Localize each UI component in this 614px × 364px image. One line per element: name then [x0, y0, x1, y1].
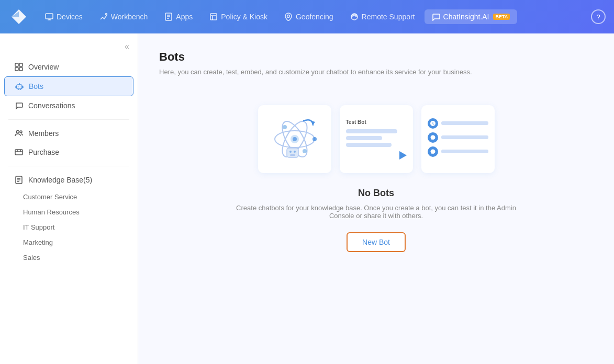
knowledge-base-header[interactable]: Knowledge Base(5): [4, 170, 133, 189]
grid-icon: [15, 63, 23, 71]
channel-icon-2: [428, 132, 438, 143]
sidebar-item-conversations[interactable]: Conversations: [4, 96, 133, 115]
svg-point-3: [105, 14, 107, 15]
bot-bar-2: [346, 136, 383, 140]
help-button[interactable]: ?: [591, 9, 606, 24]
sidebar-divider: [8, 119, 129, 120]
svg-point-29: [294, 151, 296, 153]
channel-row-1: [428, 118, 488, 129]
svg-marker-1: [12, 12, 19, 17]
bot-bar-1: [346, 129, 398, 133]
nav-remote-support[interactable]: Remote Support: [343, 9, 422, 24]
topnav: Devices Workbench Apps Policy & Kiosk Ge…: [0, 0, 614, 33]
collapse-area: «: [0, 40, 138, 58]
nav-apps[interactable]: Apps: [157, 9, 200, 24]
svg-point-23: [312, 137, 317, 141]
svg-rect-30: [290, 154, 295, 156]
channel-row-2: [428, 132, 488, 143]
logo: [8, 6, 29, 27]
new-bot-button[interactable]: New Bot: [347, 232, 406, 252]
channel-bar-2: [441, 135, 488, 139]
svg-point-22: [293, 137, 297, 141]
svg-rect-10: [19, 67, 23, 71]
collapse-button[interactable]: «: [122, 40, 131, 53]
channel-icon-3: [428, 146, 438, 157]
sidebar-sub-marketing[interactable]: Marketing: [4, 235, 133, 250]
bot-arrow-icon: [399, 151, 407, 160]
page-desc: Here, you can create, test, embed, and c…: [159, 68, 593, 76]
test-bot-label: Test Bot: [346, 119, 407, 125]
svg-marker-26: [311, 121, 315, 125]
illustration-row: Test Bot: [258, 105, 495, 173]
svg-rect-12: [16, 86, 17, 88]
empty-desc: Create chatbots for your knowledge base.…: [230, 204, 523, 220]
channel-row-3: [428, 146, 488, 157]
main-content: Bots Here, you can create, test, embed, …: [138, 33, 614, 364]
channel-bar-3: [441, 150, 488, 153]
box-icon: [15, 148, 23, 156]
sidebar-sub-human-resources[interactable]: Human Resources: [4, 204, 133, 220]
svg-point-6: [351, 14, 358, 20]
nav-policy-kiosk[interactable]: Policy & Kiosk: [202, 9, 275, 24]
beta-badge: BETA: [493, 14, 510, 20]
people-icon: [15, 129, 23, 138]
svg-rect-8: [19, 63, 23, 66]
svg-rect-13: [22, 86, 23, 88]
svg-point-14: [17, 131, 19, 133]
svg-rect-7: [15, 63, 18, 66]
illus-card-right: [421, 105, 495, 173]
svg-rect-2: [46, 14, 53, 19]
sidebar: « Overview Bots Conversations Members Pu…: [0, 33, 138, 364]
svg-rect-16: [15, 150, 23, 155]
layout: « Overview Bots Conversations Members Pu…: [0, 33, 614, 364]
svg-rect-27: [287, 148, 298, 157]
sidebar-item-overview[interactable]: Overview: [4, 58, 133, 76]
nav-devices[interactable]: Devices: [38, 9, 90, 24]
nav-workbench[interactable]: Workbench: [92, 9, 155, 24]
empty-state: Test Bot: [159, 93, 593, 265]
channel-icon-1: [428, 118, 438, 129]
svg-point-5: [287, 15, 289, 18]
illus-card-left: [258, 105, 331, 173]
svg-point-15: [20, 131, 22, 133]
svg-point-25: [303, 149, 307, 153]
svg-point-24: [283, 125, 287, 129]
svg-point-28: [289, 151, 292, 153]
bot-bar-3: [346, 143, 392, 147]
book-icon: [15, 176, 23, 184]
sidebar-sub-sales[interactable]: Sales: [4, 250, 133, 265]
nav-chatinsight[interactable]: ChatInsight.AI BETA: [425, 9, 518, 24]
empty-title: No Bots: [358, 188, 394, 199]
sidebar-item-bots[interactable]: Bots: [4, 76, 133, 96]
sidebar-sub-it-support[interactable]: IT Support: [4, 220, 133, 235]
sidebar-divider-2: [8, 166, 129, 166]
chat-bubble-icon: [15, 101, 23, 110]
illus-card-middle: Test Bot: [340, 105, 413, 173]
bot-icon: [15, 82, 24, 90]
nav-geofencing[interactable]: Geofencing: [277, 9, 341, 24]
sidebar-sub-customer-service[interactable]: Customer Service: [4, 189, 133, 204]
svg-rect-11: [17, 85, 22, 89]
sidebar-item-members[interactable]: Members: [4, 124, 133, 143]
svg-rect-9: [15, 67, 18, 71]
sidebar-item-purchase[interactable]: Purchase: [4, 143, 133, 162]
channel-bar-1: [441, 121, 488, 125]
page-title: Bots: [159, 50, 593, 64]
